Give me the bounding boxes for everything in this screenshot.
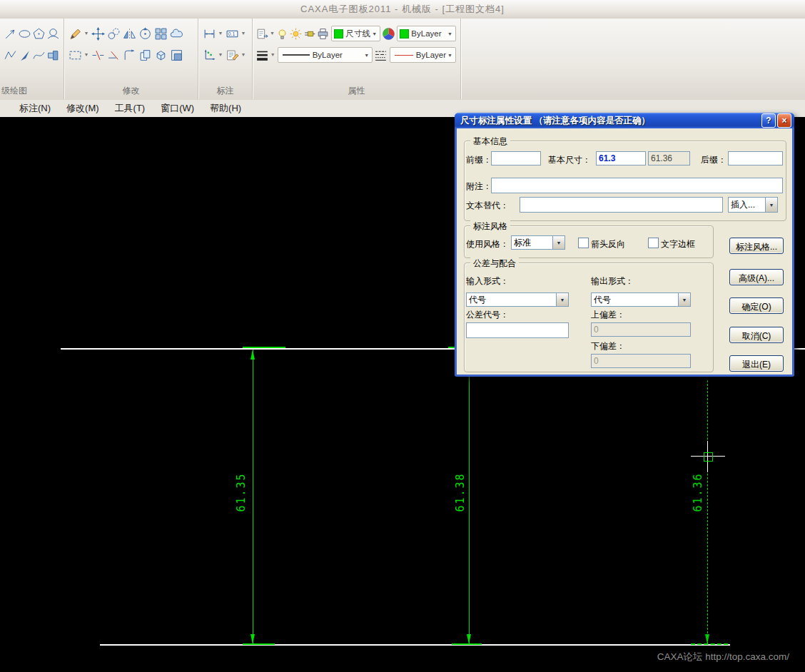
- tolerance-code-input[interactable]: [466, 322, 569, 338]
- exit-button[interactable]: 退出(E): [729, 355, 784, 372]
- tolerance-dimension-button[interactable]: 0.1: [224, 26, 240, 41]
- group-tolerance-fit-legend: 公差与配合: [470, 258, 519, 270]
- plug-icon: [303, 27, 316, 41]
- insert-dropdown[interactable]: 插入... ▼: [728, 197, 778, 213]
- color-bylayer-combo[interactable]: ByLayer ▼: [397, 26, 456, 41]
- line-width-button[interactable]: [255, 47, 270, 63]
- advanced-button[interactable]: 高级(A)...: [729, 269, 784, 285]
- use-style-dropdown[interactable]: 标准 ▼: [511, 235, 565, 250]
- window-titlebar: CAXA电子图板2011 - 机械版 - [工程图文档4]: [0, 0, 805, 19]
- dialog-close-button[interactable]: ×: [777, 113, 791, 128]
- chevron-down-icon: ▼: [363, 53, 370, 58]
- menu-window[interactable]: 窗口(W): [153, 101, 202, 116]
- text-replace-input[interactable]: [520, 197, 723, 213]
- dropdown-arrow-icon[interactable]: ▼: [217, 47, 224, 63]
- ellipse-button[interactable]: [17, 26, 31, 41]
- color-picker-button[interactable]: [382, 26, 395, 41]
- dropdown-arrow-icon[interactable]: ▼: [240, 26, 247, 41]
- chevron-down-icon[interactable]: ▼: [678, 293, 690, 306]
- rotate-button[interactable]: [137, 26, 153, 41]
- dim1-arrow-down-icon: [250, 634, 255, 644]
- dialog-titlebar[interactable]: 尺寸标注属性设置 （请注意各项内容是否正确） ? ×: [455, 113, 794, 128]
- dropdown-arrow-icon[interactable]: ▼: [83, 26, 90, 41]
- fillet-button[interactable]: [121, 47, 137, 63]
- pointer-button[interactable]: [17, 47, 31, 63]
- menu-modify[interactable]: 修改(M): [59, 101, 107, 116]
- note-input[interactable]: [491, 178, 783, 193]
- group-basic-info-legend: 基本信息: [470, 136, 510, 148]
- dim1-value[interactable]: 61.35: [235, 472, 248, 511]
- basic-dimension-input[interactable]: [596, 151, 646, 166]
- text-annotation-button[interactable]: [224, 47, 240, 63]
- layer-select-combo[interactable]: 尺寸线 ▼: [331, 26, 380, 41]
- layer-lock-button[interactable]: [303, 26, 316, 41]
- text-border-checkbox[interactable]: [648, 238, 659, 248]
- linetype-bylayer-combo[interactable]: ByLayer ▼: [390, 47, 456, 63]
- mirror-button[interactable]: [121, 26, 137, 41]
- arrow-reverse-checkbox[interactable]: [578, 238, 589, 248]
- layer-freeze-button[interactable]: [289, 26, 303, 41]
- ok-button[interactable]: 确定(O): [729, 297, 784, 314]
- linetype-button[interactable]: [374, 47, 388, 63]
- caxa-window: CAXA电子图板2011 - 机械版 - [工程图文档4] 级绘图: [0, 0, 805, 672]
- layer-plot-button[interactable]: [316, 26, 330, 41]
- output-form-value: 代号: [592, 294, 678, 306]
- dim2-arrow-down-icon: [467, 634, 471, 644]
- trim-button[interactable]: [90, 47, 106, 63]
- chevron-down-icon: ▼: [446, 31, 454, 36]
- dropdown-arrow-icon[interactable]: ▼: [83, 47, 90, 63]
- array-icon: [154, 27, 168, 41]
- chevron-down-icon[interactable]: ▼: [556, 293, 568, 306]
- dim3-value[interactable]: 61.36: [692, 472, 704, 511]
- dim2-value[interactable]: 61.38: [454, 472, 467, 511]
- boss-button[interactable]: [46, 47, 61, 63]
- rect-select-button[interactable]: [67, 47, 83, 63]
- array-button[interactable]: [153, 26, 168, 41]
- circle-tangent-icon: [46, 27, 60, 41]
- dialog-help-button[interactable]: ?: [761, 113, 776, 128]
- layer-document-button[interactable]: [255, 26, 269, 41]
- move-button[interactable]: [90, 26, 106, 41]
- line-arrow-button[interactable]: [3, 26, 17, 41]
- output-form-dropdown[interactable]: 代号 ▼: [591, 292, 691, 307]
- dim3-line[interactable]: [707, 380, 708, 644]
- revision-cloud-button[interactable]: [168, 26, 184, 41]
- prefix-input[interactable]: [491, 151, 541, 166]
- dim1-arrow-up-icon: [250, 350, 255, 360]
- menu-dimension[interactable]: 标注(N): [11, 101, 59, 116]
- coordinate-dimension-button[interactable]: [201, 47, 217, 63]
- layer-combo-value: 尺寸线: [345, 29, 370, 39]
- chevron-down-icon[interactable]: ▼: [552, 236, 564, 249]
- menu-help[interactable]: 帮助(H): [202, 101, 249, 116]
- use-style-value: 标准: [512, 237, 552, 249]
- circle-tangent-button[interactable]: [46, 26, 61, 41]
- dropdown-arrow-icon[interactable]: ▼: [240, 47, 247, 63]
- object-line-bottom[interactable]: [100, 644, 730, 646]
- dim2-line[interactable]: [469, 377, 470, 644]
- chevron-down-icon[interactable]: ▼: [765, 198, 777, 212]
- linear-dimension-button[interactable]: [201, 26, 217, 41]
- frame-button[interactable]: [168, 47, 184, 63]
- layer-on-button[interactable]: [275, 26, 289, 41]
- dropdown-arrow-icon[interactable]: ▼: [269, 26, 275, 41]
- dim1-line[interactable]: [253, 350, 253, 644]
- input-form-dropdown[interactable]: 代号 ▼: [466, 292, 569, 307]
- rect-select-icon: [69, 49, 82, 62]
- menu-tools[interactable]: 工具(T): [107, 101, 153, 116]
- spline-button[interactable]: [32, 47, 46, 63]
- cancel-button[interactable]: 取消(C): [729, 327, 784, 343]
- dim-style-button[interactable]: 标注风格...: [729, 238, 784, 254]
- extend-button[interactable]: [106, 47, 121, 63]
- polyline-button[interactable]: [3, 47, 17, 63]
- copy-rotate-button[interactable]: [106, 26, 121, 41]
- linewidth-bylayer-combo[interactable]: ByLayer ▼: [278, 47, 373, 63]
- dialog-title: 尺寸标注属性设置 （请注意各项内容是否正确）: [460, 115, 760, 127]
- coordinate-dimension-icon: [203, 49, 216, 62]
- dropdown-arrow-icon[interactable]: ▼: [270, 47, 276, 63]
- cube-button[interactable]: [153, 47, 168, 63]
- copy-button[interactable]: [137, 47, 153, 63]
- polygon-button[interactable]: [32, 26, 46, 41]
- pencil-button[interactable]: [67, 26, 83, 41]
- suffix-input[interactable]: [728, 151, 783, 166]
- dropdown-arrow-icon[interactable]: ▼: [217, 26, 224, 41]
